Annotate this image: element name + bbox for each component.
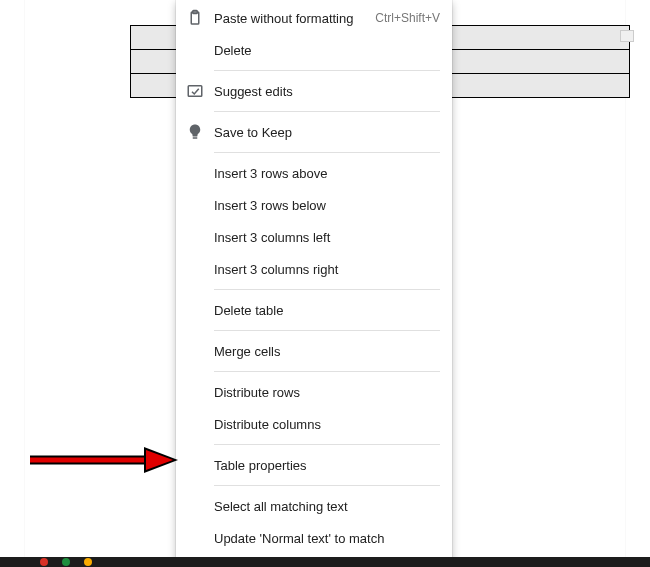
taskbar-icon[interactable] bbox=[84, 558, 92, 566]
menu-label: Insert 3 columns right bbox=[214, 262, 440, 277]
menu-label: Select all matching text bbox=[214, 499, 440, 514]
menu-label: Suggest edits bbox=[214, 84, 440, 99]
menu-distribute-rows[interactable]: Distribute rows bbox=[176, 376, 452, 408]
menu-save-to-keep[interactable]: Save to Keep bbox=[176, 116, 452, 148]
menu-label: Save to Keep bbox=[214, 125, 440, 140]
menu-insert-rows-below[interactable]: Insert 3 rows below bbox=[176, 189, 452, 221]
menu-label: Insert 3 rows above bbox=[214, 166, 440, 181]
menu-paste-without-formatting[interactable]: Paste without formatting Ctrl+Shift+V bbox=[176, 2, 452, 34]
menu-label: Paste without formatting bbox=[214, 11, 375, 26]
menu-label: Table properties bbox=[214, 458, 440, 473]
taskbar bbox=[0, 557, 650, 567]
menu-insert-rows-above[interactable]: Insert 3 rows above bbox=[176, 157, 452, 189]
menu-label: Update 'Normal text' to match bbox=[214, 531, 440, 546]
menu-divider bbox=[214, 111, 440, 112]
menu-select-matching[interactable]: Select all matching text bbox=[176, 490, 452, 522]
menu-divider bbox=[214, 289, 440, 290]
paste-icon bbox=[186, 9, 204, 27]
menu-label: Merge cells bbox=[214, 344, 440, 359]
suggest-edits-icon bbox=[186, 82, 204, 100]
menu-divider bbox=[214, 444, 440, 445]
menu-delete-table[interactable]: Delete table bbox=[176, 294, 452, 326]
menu-label: Insert 3 columns left bbox=[214, 230, 440, 245]
svg-rect-2 bbox=[188, 86, 202, 97]
menu-update-normal[interactable]: Update 'Normal text' to match bbox=[176, 522, 452, 554]
keep-icon bbox=[186, 123, 204, 141]
cell-handle[interactable] bbox=[620, 30, 634, 42]
menu-insert-cols-right[interactable]: Insert 3 columns right bbox=[176, 253, 452, 285]
menu-label: Insert 3 rows below bbox=[214, 198, 440, 213]
menu-label: Distribute rows bbox=[214, 385, 440, 400]
menu-divider bbox=[214, 371, 440, 372]
menu-insert-cols-left[interactable]: Insert 3 columns left bbox=[176, 221, 452, 253]
menu-delete[interactable]: Delete bbox=[176, 34, 452, 66]
menu-label: Delete table bbox=[214, 303, 440, 318]
menu-divider bbox=[214, 70, 440, 71]
context-menu: Paste without formatting Ctrl+Shift+V De… bbox=[176, 0, 452, 567]
menu-shortcut: Ctrl+Shift+V bbox=[375, 11, 440, 25]
taskbar-icon[interactable] bbox=[62, 558, 70, 566]
menu-merge-cells[interactable]: Merge cells bbox=[176, 335, 452, 367]
taskbar-icon[interactable] bbox=[40, 558, 48, 566]
menu-divider bbox=[214, 485, 440, 486]
menu-label: Delete bbox=[214, 43, 440, 58]
menu-distribute-columns[interactable]: Distribute columns bbox=[176, 408, 452, 440]
menu-label: Distribute columns bbox=[214, 417, 440, 432]
menu-table-properties[interactable]: Table properties bbox=[176, 449, 452, 481]
menu-divider bbox=[214, 330, 440, 331]
menu-suggest-edits[interactable]: Suggest edits bbox=[176, 75, 452, 107]
menu-divider bbox=[214, 152, 440, 153]
